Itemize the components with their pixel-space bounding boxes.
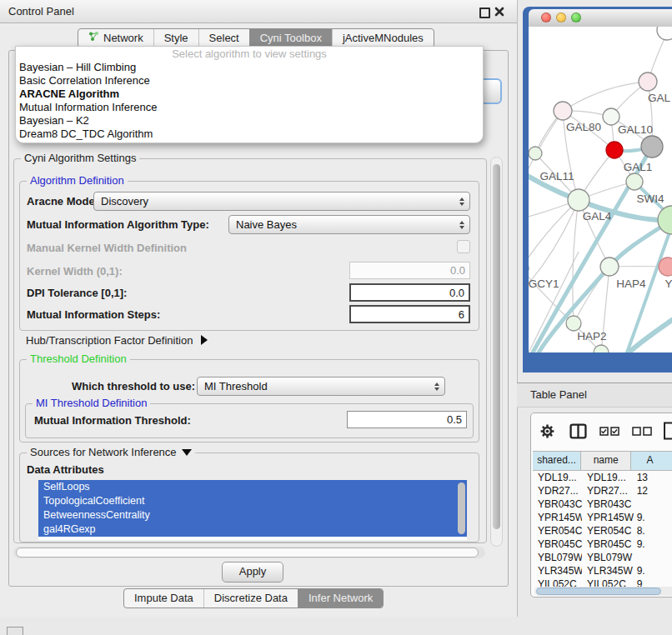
algorithm-option[interactable]: Bayesian – K2 [16,114,483,128]
data-attributes-list: SelfLoops TopologicalCoefficient Between… [38,480,467,540]
dpi-tolerance-label: DPI Tolerance [0,1]: [27,287,127,299]
table-row[interactable]: YPR145WYPR145W9. [533,511,672,524]
manual-kernel-checkbox[interactable] [457,240,470,253]
node-gal-partial[interactable] [639,72,657,91]
aracne-mode-combobox[interactable]: Discovery [93,192,470,211]
which-threshold-label: Which threshold to use: [72,380,195,392]
column-header-name[interactable]: name [581,452,631,470]
combobox-stepper-icon [429,382,444,391]
threshold-definition-group: Threshold Definition Which threshold to … [19,359,479,442]
algorithm-option[interactable]: Basic Correlation Inference [16,74,483,88]
algorithm-option[interactable]: Bayesian – Hill Climbing [16,61,483,74]
mi-type-combobox[interactable]: Naive Bayes [228,215,470,234]
kernel-width-label: Kernel Width (0,1): [27,265,123,278]
tab-jactivemnodules[interactable]: jActiveMNodules [332,29,434,48]
node-gray[interactable] [641,136,663,158]
column-header-shared-name[interactable]: shared... [533,452,581,470]
mi-threshold-field[interactable]: 0.5 [347,411,467,428]
manual-kernel-label: Manual Kernel Width Definition [27,242,187,254]
table-row[interactable]: YER054CYER054C8. [533,524,672,538]
expanded-arrow-icon[interactable] [182,449,192,456]
network-window-titlebar[interactable] [529,9,672,28]
attribute-item-selected[interactable]: gal4RGexp [38,522,467,537]
mi-type-label: Mutual Information Algorithm Type: [27,218,209,231]
settings-horizontal-scrollbar[interactable] [13,547,485,558]
scrollbar-thumb[interactable] [16,548,479,558]
kernel-width-field[interactable]: 0.0 [349,262,470,279]
tab-impute-data[interactable]: Impute Data [124,589,203,608]
node-hap2[interactable] [566,316,581,331]
list-vertical-scrollbar[interactable] [458,482,465,534]
label-gal1: GAL1 [624,161,653,173]
combobox-stepper-icon [454,221,469,229]
document-icon[interactable] [663,422,672,440]
apply-button[interactable]: Apply [222,562,283,582]
mi-steps-label: Mutual Information Steps: [27,308,160,321]
label-hap2: HAP2 [577,330,606,342]
algorithm-option[interactable]: Mutual Information Inference [16,101,483,114]
mi-steps-field[interactable]: 6 [349,305,470,323]
label-gal11: GAL11 [539,170,574,182]
node-salmon[interactable] [659,258,672,276]
attribute-item-selected[interactable]: BetweennessCentrality [38,508,467,522]
mi-threshold-group-title: MI Threshold Definition [33,397,150,409]
cyni-algorithm-settings-group: Cyni Algorithm Settings Algorithm Defini… [13,158,487,543]
tab-network[interactable]: Network [78,29,153,48]
label-swi4: SWI4 [636,192,664,205]
table-panel-title: Table Panel [530,388,587,401]
tab-infer-network[interactable]: Infer Network [298,589,383,608]
table-row[interactable]: YLR345WYLR345W9. [533,564,672,578]
zoom-traffic-light[interactable] [571,12,581,22]
select-all-checkboxes-icon[interactable] [599,427,619,437]
network-icon [88,29,99,48]
aracne-mode-label: Aracne Mode: [27,195,98,208]
table-row[interactable]: YDR27...YDR27...12 [533,484,672,498]
settings-vertical-scrollbar[interactable] [490,157,503,547]
network-graph: GAL GAL80 GAL10 GAL1 GAL11 SWI4 GAL4 GCY… [529,27,672,352]
node-gal80[interactable] [554,102,572,120]
node[interactable] [657,27,672,40]
scrollbar-thumb[interactable] [536,588,661,595]
algorithm-definition-title: Algorithm Definition [27,174,128,187]
panel-title: Control Panel [8,5,74,18]
dpi-tolerance-field[interactable]: 0.0 [349,283,470,302]
node-hap4[interactable] [600,258,619,276]
table-row[interactable]: YDL19...YDL19...13 [533,471,672,484]
collapsed-panel-icon[interactable] [7,627,23,635]
node-gal4[interactable] [568,189,589,211]
node-gal1[interactable] [626,173,643,190]
column-header-partial[interactable]: A [631,452,672,470]
table-horizontal-scrollbar[interactable] [534,587,672,596]
label-hap4: HAP4 [616,278,646,290]
network-canvas[interactable]: GAL GAL80 GAL10 GAL1 GAL11 SWI4 GAL4 GCY… [529,27,672,352]
node[interactable] [594,345,609,352]
split-columns-icon[interactable] [569,423,587,439]
tab-discretize-data[interactable]: Discretize Data [203,589,298,608]
tab-style[interactable]: Style [153,29,198,48]
table-row[interactable]: YBR043CYBR043C [533,498,672,511]
attribute-item-selected[interactable]: SelfLoops [38,480,467,494]
gear-icon[interactable] [539,423,555,439]
collapsed-arrow-icon [201,335,208,345]
label-gal-partial: GAL [648,92,671,104]
float-window-icon[interactable] [479,8,490,18]
tab-select[interactable]: Select [198,29,249,48]
algorithm-option[interactable]: Dream8 DC_TDC Algorithm [16,128,483,141]
tab-cyni-toolbox[interactable]: Cyni Toolbox [249,29,332,48]
threshold-definition-title: Threshold Definition [27,352,130,365]
close-icon[interactable] [494,7,504,17]
which-threshold-combobox[interactable]: MI Threshold [197,377,445,396]
algorithm-option-selected[interactable]: ARACNE Algorithm [16,88,483,101]
hub-factor-section-toggle[interactable]: Hub/Transcription Factor Definition [26,334,208,347]
table-row[interactable]: YBL079WYBL079W [533,551,672,564]
minimize-traffic-light[interactable] [556,12,566,22]
attribute-item-selected[interactable]: TopologicalCoefficient [38,494,467,508]
deselect-all-checkboxes-icon[interactable] [632,427,652,437]
close-traffic-light[interactable] [541,12,551,22]
node-gal10-red[interactable] [606,142,623,158]
sources-group: Sources for Network Inference Data Attri… [19,452,479,542]
node[interactable] [603,108,619,125]
table-row[interactable]: YBR045CYBR045C9. [533,538,672,551]
node-gal11[interactable] [529,147,542,160]
scrollbar-thumb[interactable] [493,164,500,529]
